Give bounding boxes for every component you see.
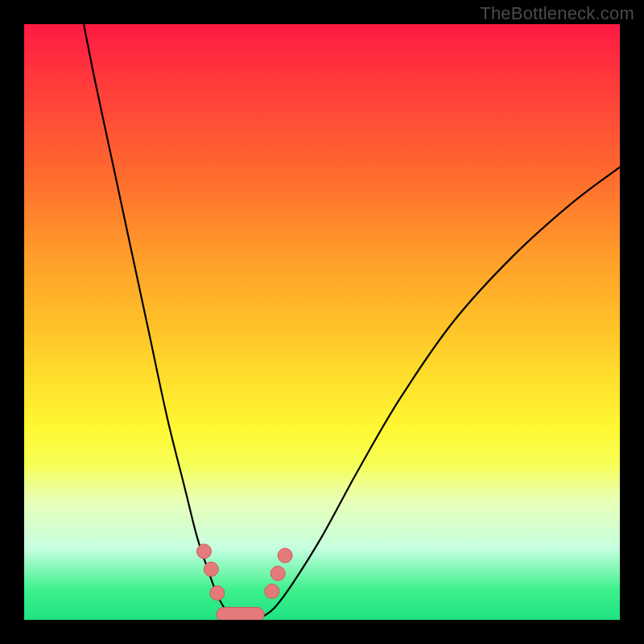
marker-dot [196, 544, 211, 559]
bottom-bar-marker [217, 607, 264, 620]
plot-area [24, 24, 620, 620]
curve-left [84, 24, 236, 617]
curve-layer [24, 24, 620, 620]
marker-dot [278, 548, 292, 563]
marker-dot [210, 586, 225, 601]
chart-frame: TheBottleneck.com [0, 0, 644, 644]
watermark-text: TheBottleneck.com [480, 3, 634, 24]
marker-group [196, 544, 292, 601]
marker-dot [265, 584, 279, 598]
marker-dot [270, 566, 285, 580]
marker-dot [204, 562, 218, 576]
curve-right [262, 167, 620, 617]
